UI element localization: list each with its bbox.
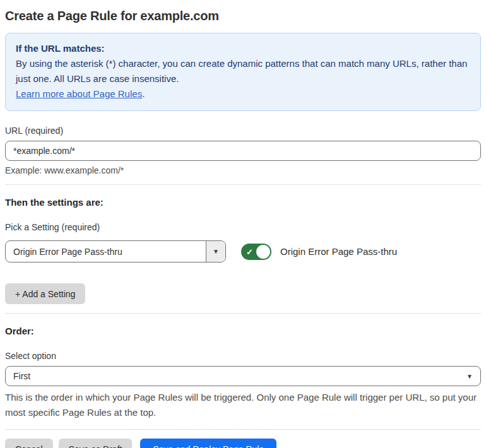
setting-toggle[interactable]: ✓ — [241, 244, 271, 260]
info-link-suffix: . — [142, 88, 145, 99]
check-icon: ✓ — [246, 247, 253, 256]
chevron-down-icon: ▼ — [466, 373, 473, 380]
order-select[interactable]: First ▼ — [5, 366, 481, 386]
divider — [5, 313, 481, 314]
order-select-value: First — [13, 371, 30, 381]
url-field-label: URL (required) — [5, 126, 481, 136]
page-title: Create a Page Rule for example.com — [5, 9, 481, 23]
footer-actions: Cancel Save as Draft Save and Deploy Pag… — [5, 439, 481, 448]
save-and-deploy-button[interactable]: Save and Deploy Page Rule — [140, 439, 276, 448]
order-helper-text: This is the order in which your Page Rul… — [5, 390, 481, 420]
order-section-heading: Order: — [5, 326, 481, 336]
info-heading: If the URL matches: — [16, 41, 470, 56]
cancel-button[interactable]: Cancel — [5, 439, 53, 448]
url-input[interactable] — [5, 141, 481, 161]
divider — [5, 429, 481, 430]
save-as-draft-button[interactable]: Save as Draft — [59, 439, 133, 448]
settings-section-heading: Then the settings are: — [5, 197, 481, 208]
chevron-down-icon[interactable]: ▼ — [206, 241, 225, 262]
info-link-line: Learn more about Page Rules. — [16, 86, 470, 102]
setting-picker-value: Origin Error Page Pass-thru — [6, 241, 206, 262]
page-rule-form: Create a Page Rule for example.com If th… — [0, 0, 486, 448]
url-field-helper: Example: www.example.com/* — [5, 165, 481, 175]
url-match-info-callout: If the URL matches: By using the asteris… — [5, 33, 481, 111]
learn-more-link[interactable]: Learn more about Page Rules — [16, 88, 142, 99]
order-select-label: Select option — [5, 351, 481, 361]
info-body: By using the asterisk (*) character, you… — [16, 56, 470, 86]
setting-picker-dropdown[interactable]: Origin Error Page Pass-thru ▼ — [5, 240, 226, 262]
divider — [5, 184, 481, 185]
setting-row: Origin Error Page Pass-thru ▼ ✓ Origin E… — [5, 240, 481, 262]
add-setting-button[interactable]: + Add a Setting — [5, 283, 85, 304]
setting-toggle-label: Origin Error Page Pass-thru — [280, 246, 397, 257]
setting-picker-label: Pick a Setting (required) — [5, 222, 481, 232]
toggle-knob — [256, 245, 270, 259]
